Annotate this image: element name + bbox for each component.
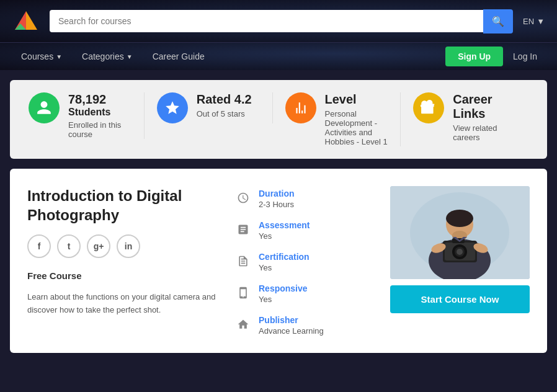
stat-students-text: 78,192 Students Enrolled in this course (68, 92, 131, 139)
responsive-info: Responsive Yes (259, 283, 308, 304)
stat-career-text: Career Links View related careers (453, 92, 516, 142)
assessment-info: Assessment Yes (259, 220, 310, 241)
twitter-share-button[interactable]: t (57, 234, 81, 258)
assessment-value: Yes (259, 231, 310, 241)
course-description: Learn about the functions on your digita… (27, 291, 216, 317)
nav-categories-label: Categories (82, 51, 124, 61)
stat-career: Career Links View related careers (401, 92, 528, 142)
stat-rating: Rated 4.2 Out of 5 stars (145, 92, 273, 123)
level-number: Level (325, 92, 388, 107)
categories-chevron-icon: ▼ (127, 53, 133, 60)
stat-level-text: Level Personal Development - Activities … (325, 92, 388, 146)
svg-point-13 (457, 249, 463, 255)
search-input[interactable] (50, 10, 483, 32)
duration-value: 2-3 Hours (259, 200, 295, 209)
course-card: Introduction to Digital Photography f t … (10, 169, 547, 353)
students-count: 78,192 (68, 92, 131, 107)
course-title: Introduction to Digital Photography (27, 186, 216, 225)
certification-info: Certification Yes (259, 252, 310, 272)
course-thumbnail (390, 186, 530, 279)
career-icon (413, 92, 444, 123)
svg-point-7 (446, 210, 473, 227)
nav-courses[interactable]: Courses ▼ (12, 43, 71, 70)
detail-responsive: Responsive Yes (235, 283, 372, 304)
svg-marker-1 (26, 11, 37, 30)
certification-icon (235, 253, 251, 269)
login-button[interactable]: Log In (506, 47, 545, 66)
free-course-label: Free Course (27, 270, 216, 281)
stat-students: 78,192 Students Enrolled in this course (29, 92, 145, 139)
start-course-button[interactable]: Start Course Now (390, 285, 530, 313)
duration-info: Duration 2-3 Hours (259, 189, 295, 209)
signup-button[interactable]: Sign Up (445, 47, 503, 66)
search-button[interactable]: 🔍 (483, 9, 513, 33)
clock-icon (235, 190, 251, 206)
students-sub: Enrolled in this course (68, 120, 131, 139)
nav-career-guide-label: Career Guide (153, 51, 205, 61)
stats-bar: 78,192 Students Enrolled in this course … (10, 80, 547, 159)
language-selector[interactable]: EN ▼ (523, 17, 545, 26)
detail-publisher: Publisher Advance Learning (235, 315, 372, 336)
assessment-icon (235, 221, 251, 238)
detail-certification: Certification Yes (235, 252, 372, 272)
search-bar: 🔍 (50, 9, 513, 33)
duration-label: Duration (259, 189, 295, 198)
nav-courses-label: Courses (21, 51, 53, 61)
responsive-value: Yes (259, 295, 308, 304)
course-info-left: Introduction to Digital Photography f t … (27, 186, 216, 336)
students-icon (29, 92, 60, 123)
publisher-label: Publisher (259, 315, 324, 325)
certification-label: Certification (259, 252, 310, 262)
stat-rating-text: Rated 4.2 Out of 5 stars (197, 92, 252, 118)
rating-sub: Out of 5 stars (197, 109, 252, 118)
publisher-info: Publisher Advance Learning (259, 315, 324, 336)
assessment-label: Assessment (259, 220, 310, 230)
header: 🔍 EN ▼ (0, 0, 557, 42)
nav-career-guide[interactable]: Career Guide (144, 43, 213, 70)
career-number: Career Links (453, 92, 516, 121)
linkedin-share-button[interactable]: in (117, 234, 140, 258)
rating-number: Rated 4.2 (197, 92, 252, 107)
level-icon (285, 92, 316, 123)
googleplus-share-button[interactable]: g+ (87, 234, 110, 258)
detail-duration: Duration 2-3 Hours (235, 189, 372, 209)
navbar: Courses ▼ Categories ▼ Career Guide Sign… (0, 42, 557, 70)
language-label: EN (523, 17, 534, 26)
chevron-down-icon: ▼ (537, 17, 545, 26)
rating-icon (157, 92, 188, 123)
courses-chevron-icon: ▼ (56, 53, 62, 60)
logo (12, 6, 40, 36)
level-sub: Personal Development - Activities and Ho… (325, 109, 388, 146)
career-sub: View related careers (453, 123, 516, 142)
students-label: Students (68, 107, 131, 118)
publisher-value: Advance Learning (259, 326, 324, 336)
publisher-icon (235, 316, 251, 332)
course-media: Start Course Now (390, 186, 530, 336)
social-share-icons: f t g+ in (27, 234, 216, 258)
stat-level: Level Personal Development - Activities … (273, 92, 401, 146)
nav-categories[interactable]: Categories ▼ (73, 43, 141, 70)
responsive-icon (235, 285, 251, 301)
responsive-label: Responsive (259, 283, 308, 293)
course-details: Duration 2-3 Hours Assessment Yes Certif… (235, 186, 372, 336)
facebook-share-button[interactable]: f (27, 234, 51, 258)
certification-value: Yes (259, 263, 310, 272)
detail-assessment: Assessment Yes (235, 220, 372, 241)
